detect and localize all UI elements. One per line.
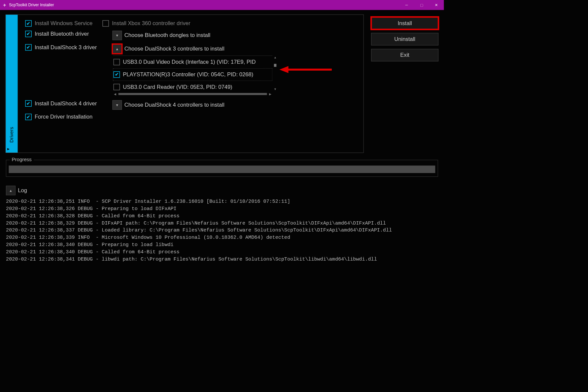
list-item[interactable]: PLAYSTATION(R)3 Controller (VID: 054C, P… [113,68,272,81]
label-ds3-driver: Install DualShock 3 driver [35,44,97,51]
label-bluetooth-chooser: Choose Bluetooth dongles to install [124,32,210,39]
checkbox-windows-service[interactable] [25,20,32,27]
label-xbox-driver: Install Xbox 360 controller driver [112,20,190,27]
action-buttons: Install Uninstall Exit [371,15,438,153]
expand-bluetooth-chooser[interactable]: ▼ [113,31,122,40]
list-item[interactable]: USB3.0 Card Reader (VID: 05E3, PID: 0749… [113,81,272,91]
progress-bar [9,165,435,173]
list-item[interactable]: USB3.0 Dual Video Dock (Interface 1) (VI… [113,56,272,68]
tab-arrow-icon: ▶ [7,147,10,151]
maximize-button[interactable]: ▢ [414,0,429,10]
minimize-button[interactable]: ─ [399,0,414,10]
checkbox-ds4-driver[interactable] [25,100,32,107]
checkbox-bluetooth-driver[interactable] [25,31,32,37]
label-force-install: Force Driver Installation [35,114,92,120]
scroll-down-icon[interactable]: ▼ [274,87,277,91]
drivers-tab[interactable]: Drivers ▶ [6,15,17,153]
vertical-scrollbar[interactable]: ▲ ▼ [273,56,278,91]
log-output: 2020-02-21 12:26:38,251 INFO - SCP Drive… [6,198,438,263]
uninstall-button[interactable]: Uninstall [371,33,438,46]
svg-marker-1 [279,66,288,73]
expand-ds4-chooser[interactable]: ▼ [113,100,122,110]
annotation-arrow-icon [279,65,334,75]
install-button[interactable]: Install [371,17,438,29]
label-windows-service: Install Windows Service [35,20,92,27]
checkbox-ds3-driver[interactable] [25,44,32,51]
checkbox-xbox-driver[interactable] [103,20,109,27]
checkbox-force-install[interactable] [25,114,32,120]
scroll-right-icon[interactable]: ▶ [268,92,273,96]
drivers-panel: Drivers ▶ Install Windows Service Instal… [6,15,364,153]
collapse-ds3-chooser[interactable]: ▲ [113,44,122,54]
progress-group: Progress [6,160,438,177]
log-label: Log [18,187,27,194]
label-ds3-chooser: Choose DualShock 3 controllers to instal… [124,46,225,52]
label-ds4-chooser: Choose DualShock 4 controllers to instal… [124,102,225,108]
log-toggle[interactable]: ▲ [6,186,16,195]
titlebar: ✈ ScpToolkit Driver Installer ─ ▢ ✕ [0,0,444,10]
close-button[interactable]: ✕ [429,0,444,10]
horizontal-scrollbar[interactable]: ◀ ▶ [113,92,272,96]
checkbox-device-0[interactable] [114,59,120,65]
hscroll-thumb[interactable] [119,93,267,95]
label-bluetooth-driver: Install Bluetooth driver [35,31,89,37]
progress-legend: Progress [10,157,34,162]
checkbox-device-1[interactable] [114,71,120,78]
window-title: ScpToolkit Driver Installer [9,3,54,7]
scroll-thumb[interactable] [274,64,277,67]
label-ds4-driver: Install DualShock 4 driver [35,100,97,107]
drivers-tab-label: Drivers [9,127,15,143]
scroll-up-icon[interactable]: ▲ [274,56,277,59]
checkbox-device-2[interactable] [114,84,120,90]
ds3-device-list: USB3.0 Dual Video Dock (Interface 1) (VI… [113,55,272,96]
app-icon: ✈ [2,3,7,8]
exit-button[interactable]: Exit [371,49,438,61]
scroll-left-icon[interactable]: ◀ [113,92,118,96]
